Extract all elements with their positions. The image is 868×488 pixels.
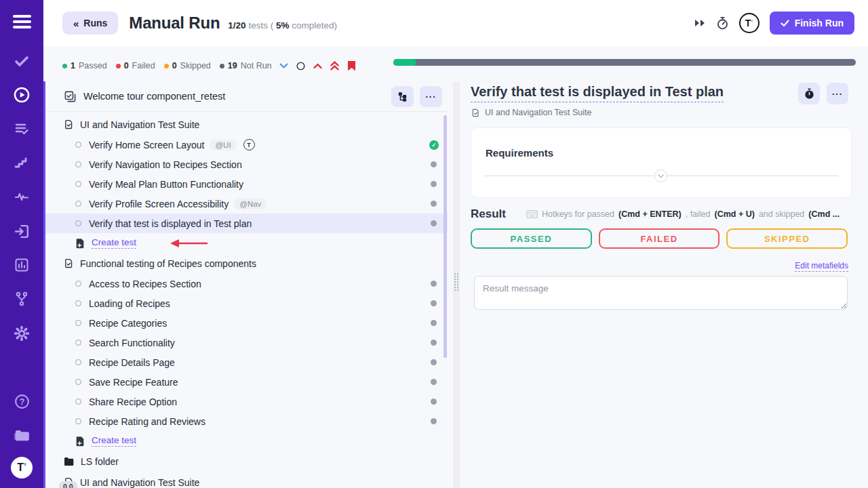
run-progress-text: 1/20 tests ( 5% completed) (228, 20, 337, 30)
back-to-runs-button[interactable]: « Runs (62, 12, 118, 35)
bookmark-icon[interactable] (347, 60, 356, 71)
create-test-row[interactable]: Create test (45, 233, 448, 253)
status-counts: 1Passed 0Failed 0Skipped 19Not Run (62, 57, 272, 75)
test-row[interactable]: Recipe Rating and Reviews (45, 411, 448, 431)
priority-highest-icon[interactable] (330, 61, 339, 70)
result-header: Result Hotkeys for passed (Cmd + ENTER) … (471, 207, 850, 221)
test-marker-icon (75, 281, 81, 287)
projects-folder-icon[interactable] (0, 424, 43, 446)
fast-forward-icon[interactable] (694, 18, 706, 28)
file-plus-icon (75, 436, 85, 447)
passed-button[interactable]: PASSED (471, 228, 592, 249)
test-row-selected[interactable]: Verify that test is displayed in Test pl… (45, 214, 448, 233)
circle-filter-icon[interactable] (296, 62, 305, 70)
result-message-input[interactable] (474, 276, 848, 310)
test-marker-icon (75, 320, 81, 326)
test-label: Recipe Categories (89, 318, 167, 329)
status-notrun-icon (431, 399, 437, 405)
activity-pulse-icon[interactable] (0, 186, 43, 207)
requirements-card: Requirements (471, 127, 852, 198)
suite-row[interactable]: Functional testing of Recipes components (45, 253, 448, 274)
tests-checkmark-icon[interactable] (0, 50, 43, 72)
timer-button[interactable] (798, 83, 820, 104)
checklist-icon (64, 90, 77, 103)
test-more-button[interactable]: ··· (827, 83, 848, 104)
panel-splitter[interactable] (453, 81, 460, 488)
test-row[interactable]: Verify Meal Plan Button Functionality (45, 174, 448, 194)
menu-icon[interactable] (0, 11, 43, 33)
tree-more-button[interactable]: ··· (420, 86, 442, 107)
stopwatch-icon[interactable] (716, 16, 729, 30)
create-test-link[interactable]: Create test (92, 435, 136, 447)
runs-play-icon[interactable] (0, 84, 43, 106)
stopwatch-filled-icon (804, 88, 814, 100)
settings-gear-icon[interactable] (0, 323, 43, 344)
steps-icon[interactable] (0, 152, 43, 174)
status-passed-icon: ✓ (429, 140, 439, 150)
suite-breadcrumb-label: UI and Navigation Test Suite (485, 108, 592, 117)
test-row[interactable]: Share Recipe Option (45, 392, 448, 411)
runs-button-label: Runs (83, 18, 107, 28)
branches-icon[interactable] (0, 288, 43, 310)
check-icon (781, 20, 789, 27)
workspace-logo[interactable]: T' (739, 13, 760, 33)
suite-row[interactable]: UI and Navigation Test Suite (45, 114, 448, 135)
notrun-count: 19Not Run (220, 61, 272, 70)
tag-badge[interactable]: @UI (210, 140, 236, 150)
top-bar: « Runs Manual Run 1/20 tests ( 5% comple… (43, 0, 868, 46)
run-progress-bar (393, 59, 856, 66)
analytics-icon[interactable] (0, 254, 43, 276)
test-label: Verify Profile Screen Accessibility (89, 199, 229, 209)
test-marker-icon (75, 201, 81, 207)
suite-row-partial[interactable]: 0.0 UI and Navigation Test Suite (45, 472, 448, 488)
folder-row[interactable]: LS folder (45, 451, 448, 472)
tag-badge[interactable]: @Nav (234, 199, 267, 209)
tests-count: 1/20 (228, 20, 245, 30)
test-marker-icon (75, 359, 81, 365)
test-row[interactable]: Verify Home Screen Layout @UI T ✓ (45, 135, 448, 155)
tree-scrollbar[interactable] (443, 115, 447, 358)
tree-panel-accent-border (43, 81, 45, 488)
test-row[interactable]: Save Recipe Feature (45, 372, 448, 392)
test-row[interactable]: Search Functionality (45, 333, 448, 352)
expand-chevron-icon[interactable] (654, 169, 667, 182)
create-test-link[interactable]: Create test (92, 237, 136, 249)
ellipsis-icon: ··· (426, 92, 437, 101)
suite-doc-icon (64, 119, 74, 129)
priority-high-icon[interactable] (313, 63, 322, 69)
test-row[interactable]: Recipe Categories (45, 313, 448, 333)
brand-logo[interactable]: T' (0, 457, 43, 479)
test-label: Verify that test is displayed in Test pl… (89, 218, 252, 229)
failed-button[interactable]: FAILED (599, 228, 720, 249)
edit-metafields-link[interactable]: Edit metafields (795, 261, 848, 272)
passed-count: 1Passed (62, 61, 107, 70)
suite-doc-icon (64, 258, 74, 268)
test-row[interactable]: Verify Navigation to Recipes Section (45, 155, 448, 174)
status-notrun-icon (431, 320, 437, 326)
run-progress-fill (393, 59, 416, 66)
create-test-row[interactable]: Create test (45, 431, 448, 451)
chevron-down-filter-icon[interactable] (279, 63, 288, 69)
brand-letter: T (17, 462, 24, 474)
skipped-button[interactable]: SKIPPED (726, 228, 848, 249)
ellipsis-icon: ··· (832, 89, 843, 98)
folder-label: LS folder (81, 456, 119, 467)
status-notrun-icon (431, 379, 437, 385)
test-plans-icon[interactable] (0, 118, 43, 140)
hotkeys-hint: Hotkeys for passed (Cmd + ENTER) , faile… (526, 209, 850, 219)
automation-logo-icon[interactable]: T (243, 139, 255, 150)
import-icon[interactable] (0, 220, 43, 242)
test-row[interactable]: Recipe Details Page (45, 352, 448, 372)
test-row[interactable]: Loading of Recipes (45, 293, 448, 313)
finish-run-button[interactable]: Finish Run (770, 12, 854, 35)
help-icon[interactable]: ? (0, 390, 43, 412)
suite-breadcrumb[interactable]: UI and Navigation Test Suite (471, 108, 592, 117)
folder-icon (64, 457, 75, 466)
suite-label: UI and Navigation Test Suite (80, 477, 199, 488)
test-marker-icon (75, 220, 81, 226)
test-row[interactable]: Verify Profile Screen Accessibility @Nav (45, 194, 448, 214)
status-notrun-icon (431, 340, 437, 346)
test-row[interactable]: Access to Recipes Section (45, 274, 448, 293)
test-title[interactable]: Verify that test is displayed in Test pl… (471, 84, 724, 102)
tree-view-button[interactable] (391, 86, 414, 107)
